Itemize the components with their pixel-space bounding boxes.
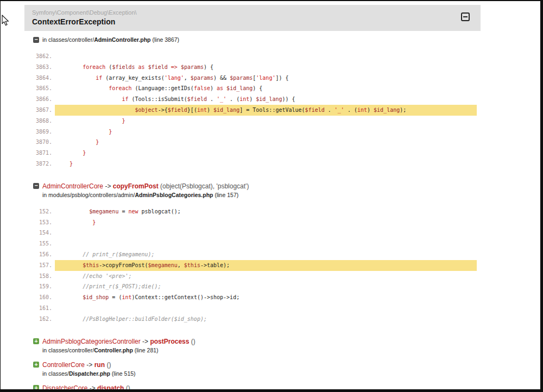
call-method-name: dispatch bbox=[97, 384, 124, 389]
code-text: //echo '<pre>'; bbox=[55, 271, 477, 282]
frame-call: ControllerCore -> run () bbox=[42, 361, 481, 369]
code-token: ) bbox=[210, 85, 217, 91]
line-number: 3868. bbox=[24, 116, 55, 127]
code-line: 3869. } bbox=[24, 127, 477, 137]
frame-call: DispatcherCore -> dispatch () bbox=[42, 384, 481, 389]
code-token: } bbox=[92, 219, 96, 225]
line-number: 157. bbox=[24, 260, 55, 271]
code-line: 159. //print_r($_POST);die(); bbox=[24, 281, 477, 292]
code-token bbox=[56, 107, 135, 113]
code-token: ( bbox=[105, 64, 112, 70]
code-token: ) bbox=[249, 96, 256, 102]
code-line: 3871. } bbox=[24, 148, 477, 159]
code-line: 152. $megamenu = new psblogcat(); bbox=[24, 206, 477, 217]
line-number: 153. bbox=[24, 217, 55, 228]
code-token bbox=[56, 208, 89, 214]
code-token: ->table); bbox=[200, 262, 230, 268]
code-text: $id_shop = (int)Context::getContext()->s… bbox=[55, 292, 477, 303]
code-token: } bbox=[70, 161, 73, 167]
code-text: foreach (Language::getIDs(false) as $id_… bbox=[55, 83, 477, 94]
location-file: AdminPsblogCategories.php bbox=[135, 192, 213, 198]
frame-call: AdminControllerCore -> copyFromPost (obj… bbox=[42, 182, 481, 191]
frame-header: +AdminPsblogCategoriesController -> post… bbox=[24, 338, 481, 354]
line-number: 161. bbox=[24, 303, 55, 314]
code-text: //PsBlogHelper::buildFolder($id_shop); bbox=[55, 314, 477, 325]
call-class-name: ControllerCore bbox=[42, 361, 85, 369]
code-token: int bbox=[357, 107, 367, 113]
code-token: (array_key_exists( bbox=[102, 75, 164, 81]
code-token: $id_lang bbox=[226, 85, 252, 91]
minus-square-icon[interactable] bbox=[461, 12, 470, 21]
line-number: 158. bbox=[24, 271, 55, 282]
code-token: 'lang' bbox=[256, 75, 275, 81]
call-arrow: -> bbox=[87, 384, 97, 389]
plus-toggle-icon[interactable]: + bbox=[33, 362, 39, 368]
code-token: $params bbox=[191, 75, 213, 81]
call-arguments: () bbox=[189, 338, 195, 345]
frame-header: +DispatcherCore -> dispatch () bbox=[24, 384, 481, 389]
code-token: 'lang' bbox=[165, 75, 184, 81]
location-file: Dispatcher.php bbox=[69, 370, 110, 377]
location-prefix: in bbox=[42, 347, 48, 353]
line-number: 3871. bbox=[24, 148, 55, 159]
code-token: as bbox=[217, 85, 223, 91]
code-token bbox=[56, 219, 92, 225]
code-text: } bbox=[55, 217, 477, 228]
stack-frame: +AdminPsblogCategoriesController -> post… bbox=[24, 338, 481, 354]
code-token: $id_shop bbox=[83, 294, 109, 300]
code-token: $id_lang bbox=[374, 107, 400, 113]
location-path: classes/controller/ bbox=[48, 36, 94, 43]
code-token bbox=[56, 139, 96, 145]
code-text: //print_r($_POST);die(); bbox=[55, 281, 477, 292]
code-token: $field bbox=[168, 107, 187, 113]
code-excerpt: 152. $megamenu = new psblogcat();153. }1… bbox=[24, 206, 481, 325]
line-number: 162. bbox=[24, 314, 55, 325]
code-token bbox=[56, 96, 122, 102]
location-line-number: (line 281) bbox=[133, 347, 159, 353]
call-class-name: AdminPsblogCategoriesController bbox=[42, 338, 141, 345]
line-number: 3872. bbox=[24, 159, 55, 169]
code-token bbox=[56, 316, 83, 322]
code-line: 3864. if (array_key_exists('lang', $para… bbox=[24, 73, 477, 84]
code-token: ) { bbox=[204, 64, 213, 70]
code-token: . ( bbox=[344, 107, 357, 113]
code-text: $object->{$field}[(int) $id_lang] = Tool… bbox=[55, 105, 477, 116]
line-number: 154. bbox=[24, 227, 55, 238]
code-token: //echo '<pre>'; bbox=[83, 273, 131, 279]
code-token: )) { bbox=[282, 96, 295, 102]
code-text bbox=[55, 303, 477, 314]
line-number: 156. bbox=[24, 249, 55, 260]
location-line-number: (line 3867) bbox=[151, 36, 180, 43]
code-token: $this bbox=[184, 262, 200, 268]
location-path: classes/controller/ bbox=[48, 347, 94, 353]
code-line: 156. // print_r($megamenu); bbox=[24, 249, 477, 260]
code-token: . ( bbox=[226, 96, 239, 102]
plus-toggle-icon[interactable]: + bbox=[33, 338, 39, 344]
minus-toggle-icon[interactable]: − bbox=[33, 37, 39, 43]
call-method-name: postProcess bbox=[150, 338, 189, 345]
code-excerpt: 3862.3863. foreach ($fields as $field =>… bbox=[24, 51, 481, 169]
code-text: $megamenu = new psblogcat(); bbox=[55, 206, 477, 217]
code-token: if bbox=[96, 75, 102, 81]
frame-location: in classes/controller/AdminController.ph… bbox=[42, 36, 481, 43]
location-path: modules/psblog/controllers/admin/ bbox=[48, 192, 135, 198]
code-token: ]) { bbox=[275, 75, 288, 81]
code-text: } bbox=[55, 116, 477, 127]
code-line: 3863. foreach ($fields as $field => $par… bbox=[24, 62, 477, 73]
code-token: } bbox=[96, 139, 99, 145]
plus-toggle-icon[interactable]: + bbox=[33, 385, 39, 389]
frame-location: in classes/Dispatcher.php (line 515) bbox=[42, 370, 481, 377]
code-token: psblogcat(); bbox=[138, 208, 181, 214]
stack-frame: −AdminControllerCore -> copyFromPost (ob… bbox=[24, 182, 481, 325]
trace-list: −in classes/controller/AdminController.p… bbox=[24, 31, 481, 389]
minus-toggle-icon[interactable]: − bbox=[33, 183, 39, 189]
code-token: ) { bbox=[252, 85, 262, 91]
stack-frame: +ControllerCore -> run ()in classes/Disp… bbox=[24, 361, 481, 377]
code-token: $field bbox=[148, 64, 168, 70]
code-token: (Language::getIDs( bbox=[131, 85, 193, 91]
code-line: 3868. } bbox=[24, 116, 477, 127]
code-token: $megamenu bbox=[148, 262, 178, 268]
code-text: $this->copyFromPost($megamenu, $this->ta… bbox=[55, 260, 477, 271]
code-token: (Tools::isSubmit( bbox=[128, 96, 187, 102]
code-token bbox=[56, 75, 96, 81]
